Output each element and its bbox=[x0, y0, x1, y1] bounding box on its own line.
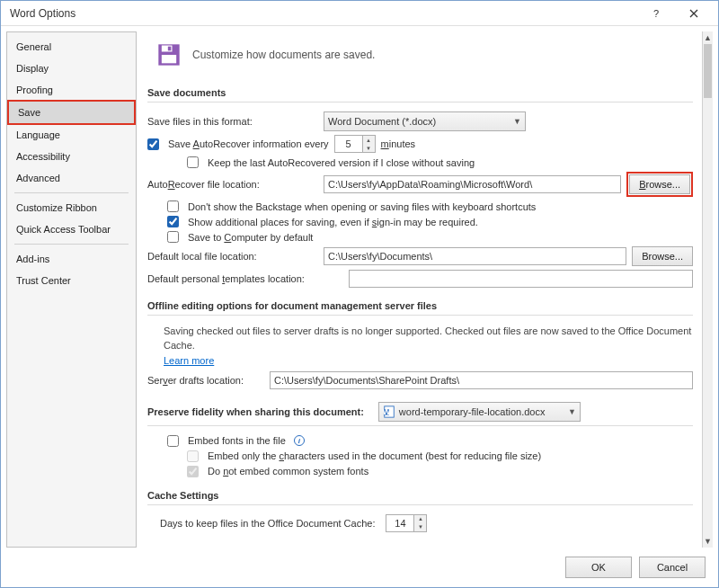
default-templates-label: Default personal templates location: bbox=[147, 273, 343, 284]
sidebar-item-accessibility[interactable]: Accessibility bbox=[7, 146, 136, 167]
backstage-label: Don't show the Backstage when opening or… bbox=[188, 201, 536, 212]
close-button[interactable] bbox=[675, 2, 713, 25]
ar-location-input[interactable] bbox=[324, 175, 621, 193]
spinner-up-icon[interactable]: ▲ bbox=[414, 515, 426, 523]
default-local-input[interactable] bbox=[324, 247, 626, 265]
cache-days-spinner[interactable]: ▲▼ bbox=[386, 514, 427, 532]
spinner-down-icon[interactable]: ▼ bbox=[414, 523, 426, 531]
word-doc-icon: W bbox=[383, 405, 395, 418]
additional-places-checkbox[interactable] bbox=[167, 216, 179, 227]
embed-fonts-label: Embed fonts in the file bbox=[188, 435, 286, 446]
sidebar-separator bbox=[14, 192, 129, 193]
save-format-label: Save files in this format: bbox=[147, 116, 318, 127]
sidebar-item-customize-ribbon[interactable]: Customize Ribbon bbox=[7, 197, 136, 218]
minutes-label: minutes bbox=[381, 138, 416, 149]
chevron-down-icon: ▼ bbox=[568, 407, 576, 416]
backstage-checkbox[interactable] bbox=[167, 200, 179, 212]
sidebar-item-save[interactable]: Save bbox=[7, 100, 136, 125]
cancel-button[interactable]: Cancel bbox=[639, 557, 706, 578]
spinner-up-icon[interactable]: ▲ bbox=[363, 136, 375, 144]
sidebar-item-proofing[interactable]: Proofing bbox=[7, 79, 136, 101]
keep-last-label: Keep the last AutoRecovered version if I… bbox=[208, 157, 475, 168]
default-local-label: Default local file location: bbox=[147, 251, 318, 262]
fidelity-doc-name: word-temporary-file-location.docx bbox=[399, 406, 546, 417]
spinner-down-icon[interactable]: ▼ bbox=[363, 144, 375, 152]
keep-last-checkbox[interactable] bbox=[187, 156, 199, 168]
save-format-select[interactable]: Word Document (*.docx) ▼ bbox=[324, 111, 526, 131]
additional-places-label: Show additional places for saving, even … bbox=[188, 217, 478, 227]
ar-browse-button[interactable]: Browse... bbox=[629, 174, 690, 194]
svg-rect-2 bbox=[168, 47, 172, 51]
no-common-fonts-checkbox bbox=[187, 466, 199, 477]
window-title: Word Options bbox=[6, 7, 637, 20]
sidebar-item-advanced[interactable]: Advanced bbox=[7, 167, 136, 189]
sidebar-item-language[interactable]: Language bbox=[7, 124, 136, 146]
server-drafts-label: Server drafts location: bbox=[147, 375, 264, 386]
embed-only-checkbox bbox=[187, 450, 199, 462]
dialog-button-bar: OK Cancel bbox=[1, 548, 718, 587]
offline-body-text: Saving checked out files to server draft… bbox=[164, 325, 693, 353]
embed-fonts-checkbox[interactable] bbox=[167, 435, 179, 447]
help-button[interactable]: ? bbox=[637, 2, 675, 25]
scroll-thumb[interactable] bbox=[704, 44, 712, 98]
save-disk-icon bbox=[156, 42, 182, 67]
options-panel: Customize how documents are saved. Save … bbox=[142, 31, 702, 548]
word-options-dialog: Word Options ? General Display Proofing … bbox=[0, 0, 719, 588]
fidelity-document-select[interactable]: W word-temporary-file-location.docx ▼ bbox=[378, 402, 581, 422]
close-icon bbox=[689, 9, 698, 18]
info-icon[interactable]: i bbox=[294, 435, 305, 446]
cache-days-label: Days to keep files in the Office Documen… bbox=[160, 518, 375, 529]
svg-text:W: W bbox=[383, 406, 391, 416]
sidebar-item-addins[interactable]: Add-ins bbox=[7, 248, 136, 270]
save-format-value: Word Document (*.docx) bbox=[328, 116, 436, 127]
chevron-down-icon: ▼ bbox=[513, 117, 521, 126]
cache-days-input[interactable] bbox=[386, 515, 413, 531]
vertical-scrollbar[interactable]: ▲ ▼ bbox=[702, 31, 713, 548]
titlebar: Word Options ? bbox=[1, 1, 718, 26]
embed-only-label: Embed only the characters used in the do… bbox=[208, 450, 541, 461]
section-save-documents: Save documents bbox=[147, 87, 693, 98]
sidebar-item-trust-center[interactable]: Trust Center bbox=[7, 270, 136, 291]
panel-header: Customize how documents are saved. bbox=[192, 49, 375, 61]
ok-button[interactable]: OK bbox=[565, 557, 632, 578]
section-cache: Cache Settings bbox=[147, 490, 693, 501]
sidebar-item-qat[interactable]: Quick Access Toolbar bbox=[7, 218, 136, 240]
default-local-browse-button[interactable]: Browse... bbox=[632, 246, 693, 266]
sidebar-item-general[interactable]: General bbox=[7, 36, 136, 58]
no-common-fonts-label: Do not embed common system fonts bbox=[208, 466, 368, 477]
section-fidelity: Preserve fidelity when sharing this docu… bbox=[147, 406, 364, 417]
scroll-down-icon[interactable]: ▼ bbox=[703, 535, 713, 548]
autorecover-minutes-input[interactable] bbox=[335, 136, 362, 152]
section-offline: Offline editing options for document man… bbox=[147, 300, 693, 311]
autorecover-label: Save AutoRecover information every bbox=[168, 138, 329, 149]
learn-more-link[interactable]: Learn more bbox=[164, 355, 214, 366]
server-drafts-input[interactable] bbox=[270, 371, 693, 389]
scroll-up-icon[interactable]: ▲ bbox=[703, 31, 713, 44]
autorecover-minutes-spinner[interactable]: ▲▼ bbox=[334, 135, 376, 153]
options-sidebar: General Display Proofing Save Language A… bbox=[6, 31, 137, 548]
default-templates-input[interactable] bbox=[349, 270, 693, 288]
save-to-computer-checkbox[interactable] bbox=[167, 231, 179, 243]
ar-location-label: AutoRecover file location: bbox=[147, 179, 318, 190]
save-to-computer-label: Save to Computer by default bbox=[188, 232, 313, 243]
sidebar-separator bbox=[14, 244, 129, 245]
svg-rect-3 bbox=[162, 55, 176, 63]
sidebar-item-display[interactable]: Display bbox=[7, 58, 136, 79]
autorecover-checkbox[interactable] bbox=[147, 138, 159, 150]
